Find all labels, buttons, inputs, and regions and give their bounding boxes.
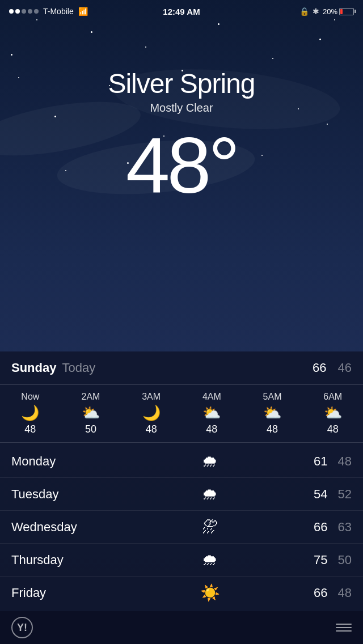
daily-low-2: 63 [338,520,352,535]
daily-low-3: 50 [338,553,352,567]
daily-high-4: 66 [314,586,327,600]
hourly-label-5: 6AM [323,392,342,402]
today-low: 46 [338,361,352,375]
daily-high-1: 54 [314,487,327,502]
menu-line-1 [336,624,352,625]
signal-dot-3 [22,9,26,14]
daily-day-1: Tuesday [11,487,125,502]
daily-item-1: Tuesday 🌧 54 52 [0,478,363,511]
today-high: 66 [313,361,326,375]
hourly-icon-2: 🌙 [142,405,161,420]
daily-item-3: Thursday 🌧 75 50 [0,544,363,577]
hourly-temp-1: 50 [85,423,96,435]
menu-line-2 [336,627,352,628]
daily-high-2: 66 [314,520,327,535]
status-right: 🔒 ✱ 20% [299,7,354,16]
hourly-item-0: Now 🌙 48 [0,392,61,435]
yahoo-logo: Y! [11,617,33,638]
daily-day-3: Thursday [11,553,125,567]
daily-icon-2: ⛈ [125,518,295,536]
menu-line-3 [336,630,352,632]
daily-temps-3: 75 50 [295,553,352,567]
bluetooth-icon: ✱ [313,7,319,16]
daily-day-4: Friday [11,586,125,600]
footer: Y! [0,611,363,644]
today-temps: 66 46 [313,361,352,375]
hourly-temp-4: 48 [267,423,278,435]
signal-dot-2 [15,9,20,14]
hourly-item-3: 4AM ⛅ 48 [182,392,242,435]
signal-strength [9,9,39,14]
hourly-item-4: 5AM ⛅ 48 [242,392,303,435]
hourly-label-4: 5AM [263,392,282,402]
status-left: T-Mobile 📶 [9,7,88,16]
daily-low-1: 52 [338,487,352,502]
menu-button[interactable] [336,624,352,632]
battery-icon [339,8,354,15]
hourly-label-2: 3AM [142,392,161,402]
hourly-icon-3: ⛅ [202,405,221,420]
daily-low-4: 48 [338,586,352,600]
hourly-label-0: Now [21,392,39,402]
daily-icon-1: 🌧 [125,485,295,503]
weather-main: Silver Spring Mostly Clear 48° [0,23,363,205]
daily-high-0: 61 [314,454,327,469]
today-day: Sunday [11,361,56,375]
status-time: 12:49 AM [163,7,200,16]
daily-day-0: Monday [11,454,125,469]
daily-icon-3: 🌧 [125,550,295,569]
rotation-lock-icon: 🔒 [299,7,309,16]
status-bar: T-Mobile 📶 12:49 AM 🔒 ✱ 20% [0,0,363,23]
daily-high-3: 75 [314,553,327,567]
daily-temps-1: 54 52 [295,487,352,502]
current-temperature: 48° [0,126,363,205]
battery-indicator: 20% [323,7,354,16]
signal-dot-1 [9,9,14,14]
hourly-item-2: 3AM 🌙 48 [121,392,182,435]
carrier-name: T-Mobile [43,7,74,16]
today-label: Today [62,361,95,375]
hourly-label-3: 4AM [202,392,221,402]
hourly-item-5: 6AM ⛅ 48 [302,392,363,435]
bottom-panel: Sunday Today 66 46 Now 🌙 48 2AM ⛅ 50 3AM… [0,351,363,644]
hourly-icon-4: ⛅ [263,405,281,420]
hourly-item-1: 2AM ⛅ 50 [61,392,121,435]
daily-icon-0: 🌧 [125,452,295,471]
today-row: Sunday Today 66 46 [0,351,363,385]
hourly-row: Now 🌙 48 2AM ⛅ 50 3AM 🌙 48 4AM ⛅ 48 5AM … [0,385,363,443]
hourly-label-1: 2AM [82,392,100,402]
daily-item-2: Wednesday ⛈ 66 63 [0,511,363,544]
daily-item-0: Monday 🌧 61 48 [0,445,363,478]
daily-low-0: 48 [338,454,352,469]
daily-temps-2: 66 63 [295,520,352,535]
wifi-icon: 📶 [78,7,88,16]
hourly-icon-0: 🌙 [21,405,39,420]
battery-fill [340,9,343,14]
signal-dot-5 [34,9,39,14]
daily-temps-4: 66 48 [295,586,352,600]
battery-percent: 20% [323,7,337,16]
hourly-temp-2: 48 [146,423,157,435]
daily-temps-0: 61 48 [295,454,352,469]
daily-list: Monday 🌧 61 48 Tuesday 🌧 54 52 Wednesday… [0,443,363,611]
daily-day-2: Wednesday [11,520,125,535]
hourly-temp-3: 48 [206,423,217,435]
weather-condition: Mostly Clear [0,101,363,115]
hourly-temp-0: 48 [24,423,36,435]
yahoo-text: Y! [17,622,27,634]
city-name: Silver Spring [0,68,363,99]
hourly-icon-5: ⛅ [324,405,342,420]
daily-icon-4: ☀️ [125,583,295,602]
hourly-icon-1: ⛅ [82,405,100,420]
daily-item-4: Friday ☀️ 66 48 [0,577,363,609]
hourly-temp-5: 48 [327,423,339,435]
signal-dot-4 [28,9,32,14]
